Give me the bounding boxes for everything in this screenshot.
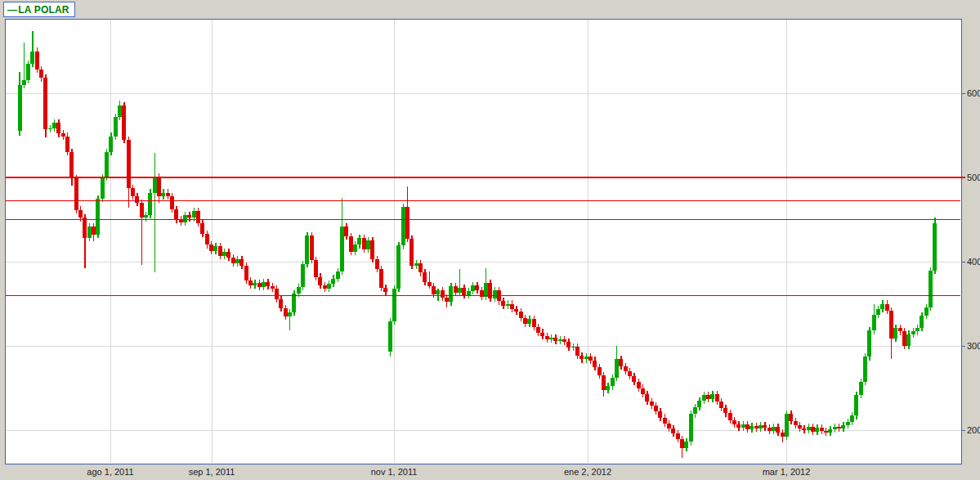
legend: — LA POLAR [3, 2, 75, 17]
y-axis-label: 500 [967, 173, 980, 183]
x-axis-label: ago 1, 2011 [87, 467, 133, 478]
y-axis-label: 300 [967, 341, 980, 352]
candlestick-svg [0, 0, 980, 480]
y-axis-label: 200 [967, 425, 980, 436]
x-axis-label: ene 2, 2012 [564, 467, 611, 478]
series-line-icon: — [7, 4, 17, 16]
y-axis-label: 600 [967, 88, 980, 99]
x-axis-label: sep 1, 2011 [189, 467, 235, 478]
x-axis-label: nov 1, 2011 [371, 467, 418, 478]
chart-window: { "legend": { "dash": "\u2014", "label":… [0, 0, 980, 480]
series-name: LA POLAR [18, 4, 69, 16]
y-axis-label: 400 [967, 257, 980, 267]
x-axis-label: mar 1, 2012 [763, 467, 811, 478]
